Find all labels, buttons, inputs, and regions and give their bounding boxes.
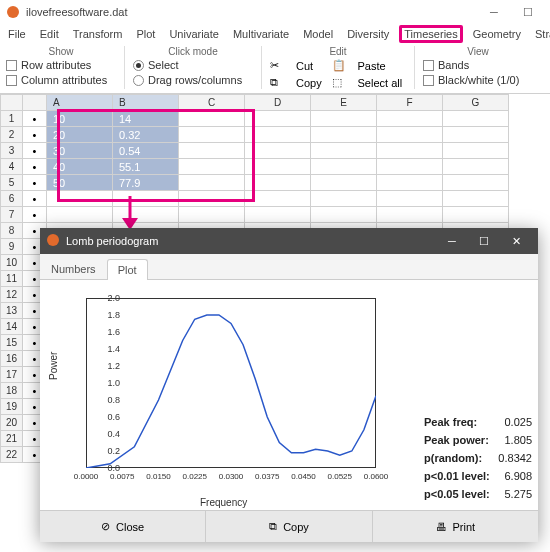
cell[interactable]: 50 (47, 175, 113, 191)
app-icon (6, 5, 20, 19)
cut-button[interactable]: Cut (296, 60, 326, 72)
lomb-copy-action[interactable]: ⧉Copy (206, 511, 372, 542)
col-header-F[interactable]: F (377, 95, 443, 111)
row-header[interactable]: 15 (1, 335, 23, 351)
clickmode-select-radio[interactable]: Select (133, 59, 253, 71)
row-header[interactable]: 21 (1, 431, 23, 447)
row-header[interactable]: 2 (1, 127, 23, 143)
menu-geometry[interactable]: Geometry (469, 26, 525, 42)
cell[interactable]: 0.54 (113, 143, 179, 159)
cut-icon: ✂ (270, 59, 290, 72)
menu-stratigraphy[interactable]: Stratigraphy (531, 26, 550, 42)
menu-univariate[interactable]: Univariate (165, 26, 223, 42)
col-header-E[interactable]: E (311, 95, 377, 111)
copy-icon: ⧉ (270, 76, 290, 89)
chart-stats: Peak freq:0.025 Peak power:1.805 p(rando… (418, 280, 538, 510)
window-title: ilovefreesoftware.dat (26, 6, 128, 18)
cell[interactable]: 20 (47, 127, 113, 143)
row-header[interactable]: 9 (1, 239, 23, 255)
print-icon: 🖶 (436, 521, 447, 533)
svg-point-0 (7, 6, 19, 18)
row-header[interactable]: 17 (1, 367, 23, 383)
lomb-app-icon (46, 233, 60, 249)
group-view-label: View (423, 46, 533, 57)
selectall-button[interactable]: Select all (358, 77, 406, 89)
col-header-A[interactable]: A (47, 95, 113, 111)
lomb-maximize-button[interactable]: ☐ (468, 228, 500, 254)
titlebar: ilovefreesoftware.dat ─ ☐ (0, 0, 550, 24)
lomb-button-bar: ⊘Close ⧉Copy 🖶Print (40, 510, 538, 542)
menu-diversity[interactable]: Diversity (343, 26, 393, 42)
copy-button[interactable]: Copy (296, 77, 326, 89)
lomb-close-button[interactable]: ✕ (500, 228, 532, 254)
lomb-window: Lomb periodogram ─ ☐ ✕ Numbers Plot Powe… (40, 228, 538, 540)
chart-xlabel: Frequency (200, 497, 247, 508)
paste-icon: 📋 (332, 59, 352, 72)
cell[interactable]: 10 (47, 111, 113, 127)
row-header[interactable]: 13 (1, 303, 23, 319)
lomb-minimize-button[interactable]: ─ (436, 228, 468, 254)
lomb-print-action[interactable]: 🖶Print (373, 511, 538, 542)
col-header-B[interactable]: B (113, 95, 179, 111)
row-header[interactable]: 12 (1, 287, 23, 303)
row-header[interactable]: 20 (1, 415, 23, 431)
row-header[interactable]: 18 (1, 383, 23, 399)
column-attributes-checkbox[interactable]: Column attributes (6, 74, 116, 86)
lomb-close-action[interactable]: ⊘Close (40, 511, 206, 542)
row-header[interactable]: 7 (1, 207, 23, 223)
selectall-icon: ⬚ (332, 76, 352, 89)
row-header[interactable]: 19 (1, 399, 23, 415)
lomb-titlebar[interactable]: Lomb periodogram ─ ☐ ✕ (40, 228, 538, 254)
menubar: FileEditTransformPlotUnivariateMultivari… (0, 24, 550, 44)
group-clickmode-label: Click mode (133, 46, 253, 57)
cell[interactable]: 14 (113, 111, 179, 127)
cell[interactable]: 77.9 (113, 175, 179, 191)
maximize-button[interactable]: ☐ (516, 3, 540, 21)
menu-transform[interactable]: Transform (69, 26, 127, 42)
chart-ylabel: Power (48, 352, 59, 380)
lomb-title: Lomb periodogram (66, 235, 158, 247)
row-header[interactable]: 14 (1, 319, 23, 335)
bands-checkbox[interactable]: Bands (423, 59, 533, 71)
col-header-G[interactable]: G (443, 95, 509, 111)
cell[interactable]: 30 (47, 143, 113, 159)
col-header-D[interactable]: D (245, 95, 311, 111)
row-header[interactable]: 8 (1, 223, 23, 239)
row-header[interactable]: 1 (1, 111, 23, 127)
row-attributes-checkbox[interactable]: Row attributes (6, 59, 116, 71)
menu-multivariate[interactable]: Multivariate (229, 26, 293, 42)
paste-button[interactable]: Paste (358, 60, 406, 72)
cell[interactable]: 40 (47, 159, 113, 175)
tab-plot[interactable]: Plot (107, 259, 148, 280)
group-edit-label: Edit (270, 46, 406, 57)
row-header[interactable]: 10 (1, 255, 23, 271)
row-header[interactable]: 3 (1, 143, 23, 159)
copy-icon: ⧉ (269, 520, 277, 533)
menu-edit[interactable]: Edit (36, 26, 63, 42)
group-show-label: Show (6, 46, 116, 57)
close-icon: ⊘ (101, 520, 110, 533)
cell[interactable]: 55.1 (113, 159, 179, 175)
svg-point-1 (47, 234, 59, 246)
row-header[interactable]: 6 (1, 191, 23, 207)
chart-area: Power Frequency 0.00.20.40.60.81.01.21.4… (40, 280, 418, 510)
row-header[interactable]: 11 (1, 271, 23, 287)
row-header[interactable]: 5 (1, 175, 23, 191)
minimize-button[interactable]: ─ (482, 3, 506, 21)
row-header[interactable]: 4 (1, 159, 23, 175)
col-header-C[interactable]: C (179, 95, 245, 111)
cell[interactable]: 0.32 (113, 127, 179, 143)
ribbon: Show Row attributes Column attributes Cl… (0, 44, 550, 93)
bw-checkbox[interactable]: Black/white (1/0) (423, 74, 533, 86)
chart-line (86, 298, 376, 468)
tab-numbers[interactable]: Numbers (40, 258, 107, 279)
row-header[interactable]: 16 (1, 351, 23, 367)
menu-plot[interactable]: Plot (132, 26, 159, 42)
row-header[interactable]: 22 (1, 447, 23, 463)
lomb-tabs: Numbers Plot (40, 254, 538, 280)
menu-file[interactable]: File (4, 26, 30, 42)
menu-timeseries[interactable]: Timeseries (399, 25, 462, 43)
clickmode-drag-radio[interactable]: Drag rows/columns (133, 74, 253, 86)
menu-model[interactable]: Model (299, 26, 337, 42)
